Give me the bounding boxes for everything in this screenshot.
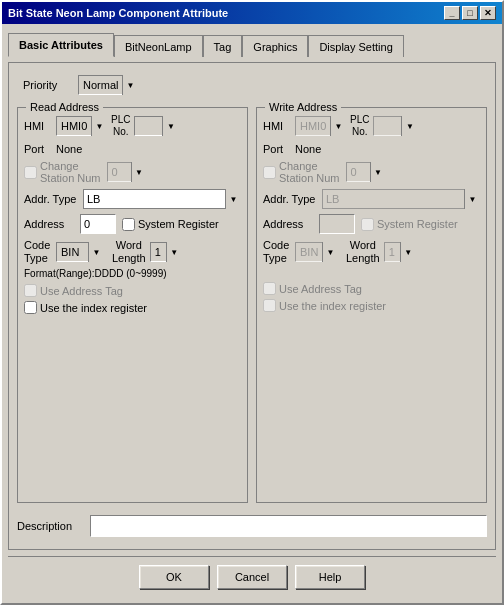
ok-button[interactable]: OK <box>139 565 209 589</box>
write-word-length-label: WordLength <box>346 239 380 265</box>
write-addr-type-label: Addr. Type <box>263 193 318 205</box>
write-code-row: CodeType BIN ▼ WordLength 1 ▼ <box>263 239 480 265</box>
read-address-input[interactable] <box>80 214 116 234</box>
write-address-input[interactable] <box>319 214 355 234</box>
tab-basic-attributes[interactable]: Basic Attributes <box>8 33 114 57</box>
write-sys-reg-label: System Register <box>361 218 458 231</box>
read-word-length-select-wrapper: 1 2 ▼ <box>150 242 182 262</box>
tab-bar: Basic Attributes BitNeonLamp Tag Graphic… <box>8 30 496 56</box>
read-addr-type-row: Addr. Type LB LW ▼ <box>24 189 241 209</box>
read-plc-select[interactable] <box>134 116 178 136</box>
read-format-text: Format(Range):DDDD (0~9999) <box>24 268 241 279</box>
description-label: Description <box>17 520 82 532</box>
read-sys-reg-checkbox[interactable] <box>122 218 135 231</box>
priority-row: Priority Normal High Low ▼ <box>17 71 487 99</box>
read-code-type-select-wrapper: BIN BCD ▼ <box>56 242 104 262</box>
read-hmi-select[interactable]: HMI0 <box>56 116 107 136</box>
bottom-bar: OK Cancel Help <box>8 556 496 597</box>
content-area: Basic Attributes BitNeonLamp Tag Graphic… <box>2 24 502 603</box>
title-bar-buttons: _ □ ✕ <box>444 6 496 20</box>
read-hmi-row: HMI HMI0 ▼ PLCNo. <box>24 114 241 138</box>
write-addr-type-select-wrapper: LB ▼ <box>322 189 480 209</box>
write-change-station-row: ChangeStation Num 0 ▼ <box>263 160 480 184</box>
cancel-button[interactable]: Cancel <box>217 565 287 589</box>
read-use-index-row: Use the index register <box>24 301 241 314</box>
write-use-addr-tag-row: Use Address Tag <box>263 282 480 295</box>
write-code-type-select[interactable]: BIN <box>295 242 338 262</box>
read-code-type-select[interactable]: BIN BCD <box>56 242 104 262</box>
write-hmi-row: HMI HMI0 ▼ PLCNo. <box>263 114 480 138</box>
read-use-index-checkbox[interactable] <box>24 301 37 314</box>
priority-select-wrapper: Normal High Low ▼ <box>78 75 138 95</box>
description-row: Description <box>17 511 487 541</box>
priority-label: Priority <box>23 79 68 91</box>
read-code-row: CodeType BIN BCD ▼ WordLength 1 <box>24 239 241 265</box>
title-bar: Bit State Neon Lamp Component Attribute … <box>2 2 502 24</box>
write-addr-type-row: Addr. Type LB ▼ <box>263 189 480 209</box>
write-port-row: Port None <box>263 143 480 155</box>
write-plc-select-wrapper: ▼ <box>373 116 417 136</box>
read-word-length-label: WordLength <box>112 239 146 265</box>
tab-content-basic-attributes: Priority Normal High Low ▼ Read Address <box>8 62 496 550</box>
read-addr-type-label: Addr. Type <box>24 193 79 205</box>
write-addr-type-select[interactable]: LB <box>322 189 480 209</box>
tab-graphics[interactable]: Graphics <box>242 35 308 57</box>
read-plc-group: PLCNo. <box>111 114 130 138</box>
read-plc-label: PLCNo. <box>111 114 130 138</box>
write-word-length-select[interactable]: 1 <box>384 242 416 262</box>
address-sections: Read Address HMI HMI0 ▼ PLCNo. <box>17 107 487 503</box>
write-address-legend: Write Address <box>265 101 341 113</box>
maximize-button[interactable]: □ <box>462 6 478 20</box>
read-change-station-checkbox[interactable] <box>24 166 37 179</box>
read-plc-select-wrapper: ▼ <box>134 116 178 136</box>
write-format-spacer <box>263 268 480 282</box>
write-port-label: Port <box>263 143 291 155</box>
write-use-addr-tag-checkbox[interactable] <box>263 282 276 295</box>
write-code-type-select-wrapper: BIN ▼ <box>295 242 338 262</box>
tab-bitneonlamp[interactable]: BitNeonLamp <box>114 35 203 57</box>
read-addr-type-select-wrapper: LB LW ▼ <box>83 189 241 209</box>
help-button[interactable]: Help <box>295 565 365 589</box>
read-port-row: Port None <box>24 143 241 155</box>
read-hmi-label: HMI <box>24 120 52 132</box>
read-port-value: None <box>56 143 82 155</box>
write-hmi-select[interactable]: HMI0 <box>295 116 346 136</box>
tab-tag[interactable]: Tag <box>203 35 243 57</box>
read-use-addr-tag-label: Use Address Tag <box>24 284 123 297</box>
window-title: Bit State Neon Lamp Component Attribute <box>8 7 228 19</box>
read-use-addr-tag-row: Use Address Tag <box>24 284 241 297</box>
write-change-station-checkbox-label: ChangeStation Num <box>263 160 340 184</box>
write-change-station-checkbox[interactable] <box>263 166 276 179</box>
read-port-label: Port <box>24 143 52 155</box>
read-use-addr-tag-checkbox[interactable] <box>24 284 37 297</box>
write-station-select[interactable]: 0 <box>346 162 386 182</box>
write-hmi-label: HMI <box>263 120 291 132</box>
write-address-label: Address <box>263 218 313 230</box>
write-sys-reg-checkbox[interactable] <box>361 218 374 231</box>
read-word-length-select[interactable]: 1 2 <box>150 242 182 262</box>
close-button[interactable]: ✕ <box>480 6 496 20</box>
read-station-select[interactable]: 0 <box>107 162 147 182</box>
read-address-label: Address <box>24 218 74 230</box>
write-plc-group: PLCNo. <box>350 114 369 138</box>
write-use-index-checkbox[interactable] <box>263 299 276 312</box>
write-word-length-select-wrapper: 1 ▼ <box>384 242 416 262</box>
minimize-button[interactable]: _ <box>444 6 460 20</box>
read-address-box: Read Address HMI HMI0 ▼ PLCNo. <box>17 107 248 503</box>
tab-display-setting[interactable]: Display Setting <box>308 35 403 57</box>
read-code-type-label: CodeType <box>24 239 52 265</box>
write-port-value: None <box>295 143 321 155</box>
read-address-row: Address System Register <box>24 214 241 234</box>
read-addr-type-select[interactable]: LB LW <box>83 189 241 209</box>
read-change-station-row: ChangeStation Num 0 ▼ <box>24 160 241 184</box>
description-input[interactable] <box>90 515 487 537</box>
read-hmi-select-wrapper: HMI0 ▼ <box>56 116 107 136</box>
write-address-row: Address System Register <box>263 214 480 234</box>
read-change-station-checkbox-label: ChangeStation Num <box>24 160 101 184</box>
write-use-index-row: Use the index register <box>263 299 480 312</box>
write-address-box: Write Address HMI HMI0 ▼ PLCNo. <box>256 107 487 503</box>
read-use-index-label: Use the index register <box>24 301 147 314</box>
main-window: Bit State Neon Lamp Component Attribute … <box>0 0 504 605</box>
priority-select[interactable]: Normal High Low <box>78 75 138 95</box>
write-plc-select[interactable] <box>373 116 417 136</box>
